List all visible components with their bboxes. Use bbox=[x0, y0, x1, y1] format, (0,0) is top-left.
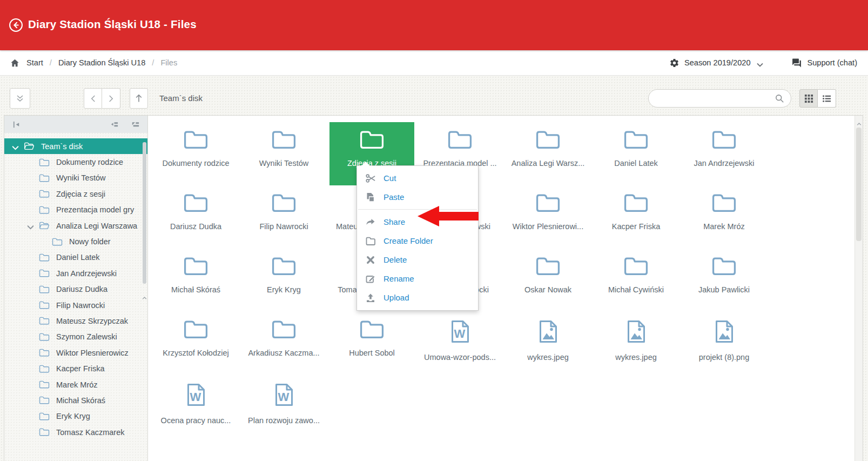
item-icon-box bbox=[506, 249, 590, 283]
breadcrumb-start[interactable]: Start bbox=[26, 58, 43, 67]
folder-item-oskar-nowak[interactable]: Oskar Nowak bbox=[506, 249, 590, 312]
tree-item-kacper-friska[interactable]: Kacper Friska bbox=[4, 360, 147, 376]
context-menu-item-upload[interactable]: Upload bbox=[357, 288, 478, 307]
main-scroll-thumb[interactable] bbox=[856, 128, 862, 241]
tree-item-mateusz-skrzypczak[interactable]: Mateusz Skrzypczak bbox=[4, 313, 147, 329]
folder-item-krzysztof-kołodziej[interactable]: Krzysztof Kołodziej bbox=[153, 312, 238, 375]
scroll-up-icon[interactable] bbox=[857, 119, 862, 124]
context-menu-item-create-folder[interactable]: Create Folder bbox=[357, 231, 478, 250]
word-icon: W bbox=[185, 382, 207, 407]
expand-tree-icon[interactable] bbox=[131, 120, 140, 129]
up-directory-button[interactable] bbox=[130, 88, 148, 109]
image-icon bbox=[625, 319, 647, 344]
season-selector[interactable]: Season 2019/2020 bbox=[669, 58, 763, 68]
folder-item-jakub-pawlicki[interactable]: Jakub Pawlicki bbox=[682, 249, 766, 312]
tree-item-jan-andrzejewski[interactable]: Jan Andrzejewski bbox=[4, 265, 147, 281]
context-menu-item-cut[interactable]: Cut bbox=[357, 169, 478, 188]
context-menu-item-paste[interactable]: Paste bbox=[357, 188, 478, 206]
double-chevron-down-icon bbox=[16, 94, 24, 103]
folder-item-kacper-friska[interactable]: Kacper Friska bbox=[594, 185, 678, 249]
folder-item-filip-nawrocki[interactable]: Filip Nawrocki bbox=[241, 185, 326, 249]
grid-view-button[interactable] bbox=[799, 89, 818, 108]
tree-item-analiza-legi-warszawa[interactable]: Analiza Legi Warszawa bbox=[4, 218, 147, 233]
tree-item-szymon-zalewski[interactable]: Szymon Zalewski bbox=[4, 329, 147, 345]
tree-item-label: Michał Skóraś bbox=[56, 396, 105, 405]
item-icon-box: W bbox=[153, 375, 238, 410]
item-label: Umowa-wzor-pods... bbox=[418, 353, 502, 362]
tree-item-nowy-folder[interactable]: Nowy folder bbox=[4, 233, 147, 249]
folder-item-michał-cywiński[interactable]: Michał Cywiński bbox=[594, 249, 678, 312]
folder-item-hubert-sobol[interactable]: Hubert Sobol bbox=[329, 312, 414, 375]
context-menu-item-rename[interactable]: Rename bbox=[357, 269, 478, 288]
svg-text:W: W bbox=[278, 390, 289, 404]
tree-item-daniel-latek[interactable]: Daniel Latek bbox=[4, 250, 147, 265]
item-label: Arkadiusz Kaczma... bbox=[241, 349, 326, 357]
file-item-umowa-wzor-pods[interactable]: WUmowa-wzor-pods... bbox=[418, 312, 502, 375]
toolbar-expand-button[interactable] bbox=[10, 88, 30, 109]
folder-item-wyniki-testów[interactable]: Wyniki Testów bbox=[241, 122, 326, 185]
tree-item-label: Nowy folder bbox=[69, 237, 111, 246]
sidebar-scroll-thumb[interactable] bbox=[143, 142, 146, 284]
folder-item-dokumenty-rodzice[interactable]: Dokumenty rodzice bbox=[153, 122, 238, 185]
search-input[interactable] bbox=[657, 93, 775, 103]
file-grid-area: Dokumenty rodziceWyniki TestówZdjęcia z … bbox=[148, 116, 854, 461]
support-label: Support (chat) bbox=[808, 58, 857, 67]
chevron-down-icon[interactable] bbox=[12, 144, 19, 149]
collapse-sidebar-icon[interactable] bbox=[12, 120, 21, 129]
item-label: wykres.jpeg bbox=[506, 353, 590, 362]
collapse-tree-icon[interactable] bbox=[110, 120, 119, 129]
folder-item-dariusz-dudka[interactable]: Dariusz Dudka bbox=[153, 185, 238, 249]
file-item-ocena-pracy-nauc[interactable]: WOcena pracy nauc... bbox=[153, 375, 238, 438]
forward-nav-button[interactable] bbox=[102, 88, 120, 109]
item-icon-box: W bbox=[418, 312, 502, 346]
home-icon[interactable] bbox=[10, 58, 20, 68]
tree-item-filip-nawrocki[interactable]: Filip Nawrocki bbox=[4, 297, 147, 313]
item-icon-box bbox=[153, 312, 238, 346]
tree-item-label: Wyniki Testów bbox=[56, 173, 105, 182]
breadcrumb-diary[interactable]: Diary Stadion Śląski U18 bbox=[58, 58, 145, 67]
file-item-plan-rozwoju-zawo[interactable]: WPlan rozwoju zawo... bbox=[241, 375, 326, 438]
tree-item-dokumenty-rodzice[interactable]: Dokumenty rodzice bbox=[4, 154, 147, 170]
tree-item-wiktor-plesnierowicz[interactable]: Wiktor Plesnierowicz bbox=[4, 345, 147, 360]
folder-item-daniel-latek[interactable]: Daniel Latek bbox=[594, 122, 678, 185]
back-nav-button[interactable] bbox=[84, 88, 102, 109]
context-menu-item-share[interactable]: Share bbox=[357, 212, 478, 231]
item-icon-box bbox=[241, 122, 326, 157]
menu-divider bbox=[358, 209, 477, 210]
sidebar-scrollbar bbox=[142, 135, 147, 461]
tree-item-label: Szymon Zalewski bbox=[56, 332, 117, 341]
current-volume-label: Team`s disk bbox=[159, 88, 203, 109]
folder-item-wiktor-plesnierowi[interactable]: Wiktor Plesnierowi... bbox=[506, 185, 590, 249]
app-window: Diary Stadion Śląski U18 - Files Start /… bbox=[0, 0, 868, 461]
back-button[interactable] bbox=[9, 18, 23, 32]
file-item-projekt-8-png[interactable]: projekt (8).png bbox=[682, 312, 766, 375]
folder-item-analiza-legi-warsz[interactable]: Analiza Legi Warsz... bbox=[506, 122, 590, 185]
file-item-wykres-jpeg[interactable]: wykres.jpeg bbox=[506, 312, 590, 375]
tree-item-marek-mróz[interactable]: Marek Mróz bbox=[4, 377, 147, 392]
context-menu-item-delete[interactable]: Delete bbox=[357, 250, 478, 269]
folder-item-jan-andrzejewski[interactable]: Jan Andrzejewski bbox=[682, 122, 766, 185]
list-view-button[interactable] bbox=[818, 89, 836, 108]
folder-item-marek-mróz[interactable]: Marek Mróz bbox=[682, 185, 766, 249]
tree-item-team-s-disk[interactable]: Team`s disk bbox=[4, 138, 147, 154]
grid-view-icon bbox=[804, 94, 813, 103]
item-label: Michał Cywiński bbox=[594, 285, 678, 294]
chevron-right-icon bbox=[108, 95, 114, 103]
folder-item-michał-skóraś[interactable]: Michał Skóraś bbox=[153, 249, 238, 312]
folder-item-arkadiusz-kaczma[interactable]: Arkadiusz Kaczma... bbox=[241, 312, 326, 375]
tree-item-michał-skóraś[interactable]: Michał Skóraś bbox=[4, 392, 147, 408]
tree-item-wyniki-testów[interactable]: Wyniki Testów bbox=[4, 170, 147, 186]
tree-item-dariusz-dudka[interactable]: Dariusz Dudka bbox=[4, 282, 147, 297]
tree-item-eryk-kryg[interactable]: Eryk Kryg bbox=[4, 409, 147, 424]
tree-item-label: Prezentacja model gry bbox=[56, 205, 134, 214]
support-chat-link[interactable]: Support (chat) bbox=[791, 58, 857, 68]
scroll-up-icon[interactable] bbox=[142, 453, 147, 461]
search-icon[interactable] bbox=[775, 93, 784, 103]
chevron-down-icon[interactable] bbox=[27, 223, 34, 229]
tree-item-prezentacja-model-gry[interactable]: Prezentacja model gry bbox=[4, 202, 147, 218]
tree-item-tomasz-kaczmarek[interactable]: Tomasz Kaczmarek bbox=[4, 424, 147, 440]
file-item-wykres-jpeg[interactable]: wykres.jpeg bbox=[594, 312, 678, 375]
folder-item-eryk-kryg[interactable]: Eryk Kryg bbox=[241, 249, 326, 312]
tree-item-zdjęcia-z-sesji[interactable]: Zdjęcia z sesji bbox=[4, 186, 147, 202]
tree-item-label: Wiktor Plesnierowicz bbox=[56, 349, 129, 357]
